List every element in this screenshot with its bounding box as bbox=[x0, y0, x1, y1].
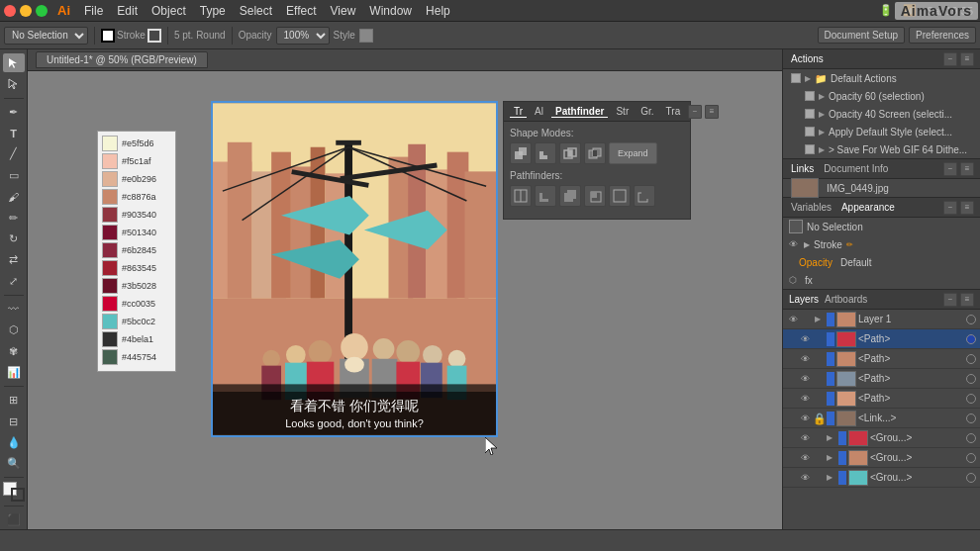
minus-front-button[interactable] bbox=[535, 142, 556, 164]
layer-eye-7[interactable]: 👁 bbox=[799, 452, 811, 464]
warp-tool[interactable]: 〰 bbox=[3, 300, 25, 319]
palette-swatch-4[interactable] bbox=[102, 207, 118, 223]
layer-target-1[interactable] bbox=[966, 334, 976, 344]
link-item[interactable]: IMG_0449.jpg bbox=[783, 179, 980, 197]
palette-swatch-8[interactable] bbox=[102, 278, 118, 294]
close-button[interactable] bbox=[4, 5, 16, 17]
document-setup-button[interactable]: Document Setup bbox=[818, 27, 906, 44]
links-menu[interactable]: ≡ bbox=[960, 162, 974, 176]
links-tab[interactable]: Links bbox=[789, 163, 816, 174]
pathfinder-collapse[interactable]: − bbox=[688, 105, 702, 119]
layer-row-3[interactable]: 👁 <Path> bbox=[783, 369, 980, 389]
docinfo-tab[interactable]: Document Info bbox=[822, 163, 890, 174]
action-item-4[interactable]: ▶ > Save For Web GIF 64 Dithe... bbox=[783, 140, 980, 158]
layer-row-8[interactable]: 👁 ▶ <Grou...> bbox=[783, 468, 980, 488]
merge-button[interactable] bbox=[559, 185, 581, 207]
stroke-edit-icon[interactable]: ✏ bbox=[846, 240, 853, 249]
layer-target-0[interactable] bbox=[966, 315, 976, 324]
layer-eye-5[interactable]: 👁 bbox=[799, 413, 811, 424]
layer-row-7[interactable]: 👁 ▶ <Grou...> bbox=[783, 448, 980, 468]
palette-swatch-10[interactable] bbox=[102, 314, 118, 329]
canvas-background[interactable]: #e5f5d6 #f5c1af #e0b296 #c8876a #903540 bbox=[28, 71, 782, 529]
action-item-2[interactable]: ▶ Opacity 40 Screen (selecti... bbox=[783, 105, 980, 123]
blend-tool[interactable]: ⬡ bbox=[3, 321, 25, 339]
appearance-collapse[interactable]: − bbox=[943, 201, 957, 215]
layer-eye-3[interactable]: 👁 bbox=[799, 373, 811, 385]
appearance-tab[interactable]: Appearance bbox=[839, 202, 897, 213]
pathfinder-tab-gr[interactable]: Gr. bbox=[637, 106, 657, 117]
layer-row-5[interactable]: 👁 🔒 <Link...> bbox=[783, 409, 980, 428]
variables-tab[interactable]: Variables bbox=[789, 202, 833, 213]
preferences-button[interactable]: Preferences bbox=[909, 27, 976, 44]
palette-swatch-0[interactable] bbox=[102, 136, 118, 151]
fill-swatch[interactable] bbox=[101, 29, 115, 43]
screen-mode-tool[interactable]: ⬛ bbox=[3, 510, 25, 529]
layer-eye-1[interactable]: 👁 bbox=[799, 333, 811, 345]
layer-target-4[interactable] bbox=[966, 394, 976, 404]
outline-button[interactable] bbox=[609, 185, 631, 207]
layer-expand-7[interactable]: ▶ bbox=[827, 453, 836, 462]
opacity-dropdown[interactable]: 100% bbox=[276, 27, 330, 45]
palette-swatch-1[interactable] bbox=[102, 153, 118, 169]
menu-view[interactable]: View bbox=[325, 0, 362, 22]
minus-back-button[interactable] bbox=[634, 185, 655, 207]
layer-eye-0[interactable]: 👁 bbox=[787, 314, 799, 325]
actions-tab[interactable]: Actions bbox=[789, 53, 826, 64]
appearance-menu[interactable]: ≡ bbox=[960, 201, 974, 215]
layer-target-7[interactable] bbox=[966, 453, 976, 463]
layer-eye-6[interactable]: 👁 bbox=[799, 432, 811, 444]
actions-collapse[interactable]: − bbox=[943, 52, 957, 66]
action-default-folder[interactable]: ▶ 📁 Default Actions bbox=[783, 69, 980, 87]
rotate-tool[interactable]: ↻ bbox=[3, 230, 25, 248]
document-tab[interactable]: Untitled-1* @ 50% (RGB/Preview) bbox=[36, 51, 208, 68]
layer-target-6[interactable] bbox=[966, 433, 976, 443]
layer-row-4[interactable]: 👁 <Path> bbox=[783, 389, 980, 409]
expand-button[interactable]: Expand bbox=[609, 142, 657, 164]
exclude-button[interactable] bbox=[584, 142, 606, 164]
symbol-tool[interactable]: ✾ bbox=[3, 341, 25, 360]
paintbrush-tool[interactable]: 🖌 bbox=[3, 187, 25, 206]
maximize-button[interactable] bbox=[36, 5, 48, 17]
menu-window[interactable]: Window bbox=[363, 0, 418, 22]
menu-object[interactable]: Object bbox=[146, 0, 192, 22]
pathfinder-tab-tra[interactable]: Tra bbox=[662, 106, 685, 117]
layer-eye-4[interactable]: 👁 bbox=[799, 393, 811, 405]
layer-eye-8[interactable]: 👁 bbox=[799, 472, 811, 484]
layer-row-0[interactable]: 👁 ▶ Layer 1 bbox=[783, 310, 980, 329]
action-item-3[interactable]: ▶ Apply Default Style (select... bbox=[783, 123, 980, 140]
graph-tool[interactable]: 📊 bbox=[3, 363, 25, 382]
artboards-tab[interactable]: Artboards bbox=[825, 294, 867, 305]
palette-swatch-12[interactable] bbox=[102, 349, 118, 365]
links-collapse[interactable]: − bbox=[943, 162, 957, 176]
pencil-tool[interactable]: ✏ bbox=[3, 208, 25, 227]
actions-menu[interactable]: ≡ bbox=[960, 52, 974, 66]
action-item-1[interactable]: ▶ Opacity 60 (selection) bbox=[783, 87, 980, 105]
menu-help[interactable]: Help bbox=[420, 0, 456, 22]
layer-eye-2[interactable]: 👁 bbox=[799, 353, 811, 365]
layer-row-1[interactable]: 👁 <Path> bbox=[783, 329, 980, 349]
pathfinder-tab-tr[interactable]: Tr bbox=[510, 106, 527, 118]
selection-dropdown[interactable]: No Selection bbox=[4, 27, 88, 45]
slice-tool[interactable]: ⊟ bbox=[3, 412, 25, 430]
pathfinder-tab-al[interactable]: Al bbox=[531, 106, 547, 117]
divide-button[interactable] bbox=[510, 185, 532, 207]
palette-swatch-11[interactable] bbox=[102, 331, 118, 347]
layers-menu[interactable]: ≡ bbox=[960, 293, 974, 307]
layer-row-2[interactable]: 👁 <Path> bbox=[783, 349, 980, 369]
fill-stroke-indicator[interactable] bbox=[3, 482, 25, 501]
layer-expand-6[interactable]: ▶ bbox=[827, 433, 836, 442]
stroke-swatch[interactable] bbox=[147, 29, 161, 43]
layer-row-6[interactable]: 👁 ▶ <Grou...> bbox=[783, 428, 980, 448]
palette-swatch-3[interactable] bbox=[102, 189, 118, 205]
rect-tool[interactable]: ▭ bbox=[3, 166, 25, 185]
palette-swatch-6[interactable] bbox=[102, 242, 118, 258]
direct-select-tool[interactable] bbox=[3, 74, 25, 93]
pathfinder-tab-str[interactable]: Str bbox=[612, 106, 633, 117]
intersect-button[interactable] bbox=[559, 142, 581, 164]
layer-expand-0[interactable]: ▶ bbox=[815, 315, 825, 323]
layer-target-2[interactable] bbox=[966, 354, 976, 364]
artboard-tool[interactable]: ⊞ bbox=[3, 391, 25, 410]
menu-file[interactable]: File bbox=[78, 0, 109, 22]
select-tool[interactable] bbox=[3, 53, 25, 72]
pathfinder-tab-pf[interactable]: Pathfinder bbox=[551, 106, 608, 118]
